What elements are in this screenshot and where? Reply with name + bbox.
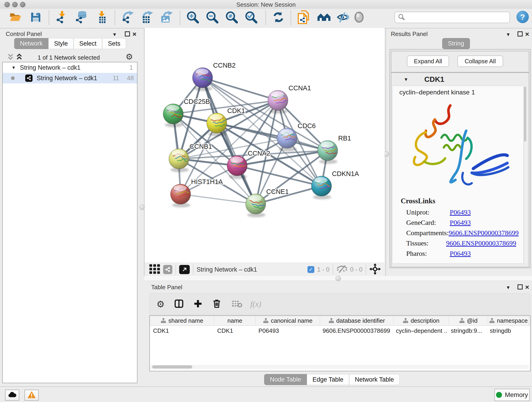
export-table-button[interactable]	[140, 10, 153, 25]
network-label: String Network – cdk1	[37, 75, 97, 82]
share-document-button[interactable]	[298, 10, 309, 25]
column-header-@id[interactable]: @id	[449, 316, 488, 325]
table-horizontal-scrollbar[interactable]	[150, 365, 529, 369]
tab-string[interactable]: String	[442, 38, 470, 49]
collapse-all-networks-icon[interactable]	[16, 53, 23, 62]
hide-panel-button[interactable]	[336, 10, 349, 25]
network-node-CCNB2[interactable]	[192, 68, 213, 91]
control-panel-menu-icon[interactable]: ▾	[113, 31, 116, 38]
network-node-CDC25B[interactable]	[163, 104, 184, 127]
search-icon	[398, 14, 405, 21]
tab-node-table[interactable]: Node Table	[264, 374, 307, 385]
network-node-CDKN1A[interactable]	[311, 176, 332, 199]
delete-column-trash-icon[interactable]	[212, 299, 222, 309]
table-cell: P06493	[255, 326, 319, 336]
network-node-CCNB1[interactable]	[169, 149, 190, 172]
tab-edge-table[interactable]: Edge Table	[307, 374, 349, 385]
column-header-database-identifier[interactable]: database identifier	[320, 316, 394, 325]
control-panel-close-icon[interactable]: ×	[133, 30, 137, 38]
results-panel-menu-icon[interactable]: ▾	[507, 31, 510, 38]
floppy-disk-icon	[30, 12, 41, 24]
tab-select[interactable]: Select	[74, 38, 102, 49]
export-network-icon	[121, 11, 134, 25]
protein-collapse-icon[interactable]: ▾	[405, 76, 407, 83]
help-button[interactable]: ?	[516, 11, 529, 23]
zoom-out-button[interactable]	[206, 10, 218, 25]
tab-network-table[interactable]: Network Table	[349, 374, 400, 385]
network-graph[interactable]: CCNB2CCNA1CDC25BCDK1CDC6RB1CCNB1CCNA2HIS…	[145, 28, 385, 263]
column-header-namespace[interactable]: namespace	[488, 316, 529, 325]
column-header-name[interactable]: name	[214, 316, 256, 325]
zoom-in-button[interactable]	[186, 10, 199, 25]
string-view-chip-icon[interactable]	[163, 265, 172, 274]
refresh-button[interactable]	[272, 10, 285, 25]
network-collection-row[interactable]: ▾ String Network – cdk1 1	[3, 62, 137, 73]
network-node-HIST1H1A[interactable]	[171, 184, 191, 207]
birds-eye-view-icon[interactable]	[179, 265, 190, 274]
warning-status-button[interactable]	[25, 390, 39, 401]
results-panel-close-icon[interactable]: ×	[525, 30, 529, 38]
memory-button[interactable]: Memory	[494, 389, 530, 401]
table-row[interactable]: CDK1CDK1P064939606.ENSP00000378699cyclin…	[150, 326, 530, 336]
network-node-CCNE1[interactable]	[246, 194, 266, 217]
expand-all-button[interactable]: Expand All	[407, 56, 449, 67]
tab-network[interactable]: Network	[14, 38, 48, 49]
network-node-CDC6[interactable]	[277, 128, 298, 152]
export-image-button[interactable]	[160, 10, 173, 25]
left-splitter-handle[interactable]	[139, 204, 145, 210]
zoom-fit-button[interactable]	[225, 10, 238, 25]
network-node-CCNA1[interactable]	[268, 90, 289, 114]
results-panel-float-icon[interactable]	[517, 31, 523, 38]
toolbar-search[interactable]	[394, 12, 510, 23]
table-panel-float-icon[interactable]	[517, 284, 523, 291]
zoom-selected-button[interactable]	[245, 10, 257, 25]
network-view-title: String Network – cdk1	[196, 266, 257, 273]
network-row-selected[interactable]: String Network – cdk1 11 48	[3, 73, 137, 83]
control-panel-float-icon[interactable]	[125, 31, 130, 38]
memory-label: Memory	[505, 391, 528, 399]
export-network-button[interactable]	[121, 10, 134, 25]
tab-sets[interactable]: Sets	[102, 38, 126, 49]
import-network-from-database-button[interactable]	[75, 10, 88, 25]
crosslink-link[interactable]: P06493	[450, 249, 471, 257]
show-columns-icon[interactable]	[174, 299, 184, 310]
protein-details: cyclin–dependent kinase 1 CrossLinks Uni…	[392, 86, 524, 264]
add-column-plus-icon[interactable]	[193, 299, 203, 309]
inactive-eye-button[interactable]	[354, 10, 364, 25]
column-header-shared-name[interactable]: shared name	[150, 316, 214, 325]
network-canvas[interactable]: CCNB2CCNA1CDC25BCDK1CDC6RB1CCNB1CCNA2HIS…	[145, 28, 385, 263]
search-input[interactable]	[407, 14, 510, 21]
grid-view-icon[interactable]	[149, 264, 160, 275]
open-session-button[interactable]	[9, 10, 22, 25]
selected-checkbox-icon[interactable]: ✓	[307, 266, 314, 273]
table-panel-menu-icon[interactable]: ▾	[507, 284, 510, 291]
expand-all-networks-icon[interactable]	[7, 53, 14, 62]
home-networks-button[interactable]	[317, 10, 331, 25]
collection-collapse-icon[interactable]: ▾	[12, 65, 15, 70]
network-options-gear-icon[interactable]: ⚙	[126, 53, 133, 61]
import-network-button[interactable]	[55, 10, 68, 25]
save-session-button[interactable]	[30, 10, 41, 25]
table-panel-close-icon[interactable]: ×	[525, 283, 529, 291]
horizontal-splitter-handle[interactable]	[336, 276, 341, 281]
table-settings-gear-icon[interactable]: ⚙	[157, 300, 165, 309]
left-splitter[interactable]	[144, 28, 145, 276]
crosslink-link[interactable]: 9606.ENSP00000378699	[449, 229, 519, 237]
crosslink-link[interactable]: P06493	[450, 208, 471, 216]
results-scrollbar-thumb[interactable]	[524, 87, 526, 142]
table-scrollbar-thumb[interactable]	[152, 365, 192, 369]
column-header-canonical-name[interactable]: canonical name	[256, 316, 320, 325]
tab-style[interactable]: Style	[48, 38, 74, 49]
cloud-status-button[interactable]	[5, 390, 19, 401]
fit-content-crosshair-icon[interactable]	[369, 263, 381, 276]
network-node-CCNA2[interactable]	[227, 156, 248, 179]
column-header-description[interactable]: description	[394, 316, 449, 325]
crosslink-link[interactable]: P06493	[450, 219, 471, 226]
collapse-all-button[interactable]: Collapse All	[457, 56, 503, 67]
network-node-RB1[interactable]	[317, 140, 338, 164]
node-label-RB1: RB1	[338, 134, 351, 142]
crosslink-link[interactable]: 9606.ENSP00000378699	[446, 239, 516, 247]
memory-status-dot-icon	[496, 392, 502, 398]
network-node-CDK1[interactable]	[207, 113, 228, 136]
import-table-button[interactable]	[95, 10, 108, 25]
